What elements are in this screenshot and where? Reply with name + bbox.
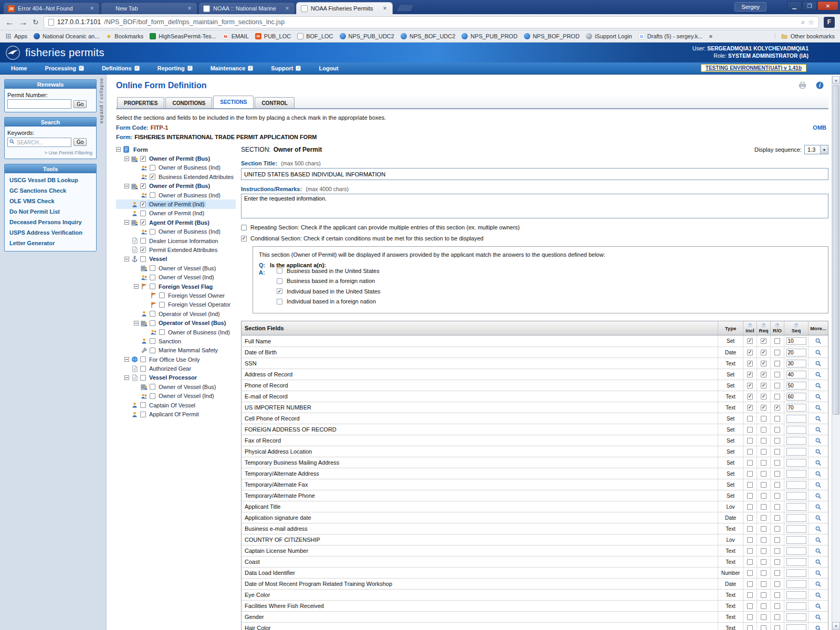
nav-item[interactable]: Home [2, 65, 36, 71]
ro-checkbox[interactable] [774, 482, 780, 488]
seq-input[interactable] [786, 613, 806, 621]
req-checkbox[interactable] [761, 482, 766, 488]
ro-checkbox[interactable] [774, 405, 780, 411]
tab-close-icon[interactable] [382, 5, 388, 12]
incl-checkbox[interactable] [747, 526, 753, 532]
ro-checkbox[interactable] [774, 493, 780, 499]
tree-item[interactable]: Owner of Vessel (Bus) [116, 382, 236, 391]
tree-checkbox[interactable] [150, 338, 155, 344]
ro-checkbox[interactable] [774, 625, 780, 630]
forward-button[interactable]: → [19, 18, 28, 27]
ro-checkbox[interactable] [774, 460, 780, 466]
incl-checkbox[interactable] [747, 361, 753, 366]
incl-checkbox[interactable] [747, 460, 753, 466]
ro-checkbox[interactable] [774, 570, 780, 576]
permit-number-input[interactable] [7, 99, 71, 109]
req-checkbox[interactable] [761, 361, 766, 366]
bookmark-item[interactable]: NPS_PUB_UDC2 [340, 33, 394, 39]
expand-toggle[interactable] [124, 375, 129, 380]
permit-filtering-link[interactable]: > Use Permit Filtering [7, 150, 93, 155]
nav-item[interactable]: Support [262, 65, 310, 71]
tree-item[interactable]: Owner of Permit (Ind) [116, 209, 236, 218]
tree-item[interactable]: Sanction [116, 337, 236, 345]
req-checkbox[interactable] [761, 515, 766, 521]
req-checkbox[interactable] [761, 625, 766, 630]
seq-input[interactable] [786, 360, 806, 368]
magnifier-icon[interactable] [815, 349, 822, 356]
tree-checkbox[interactable] [150, 192, 155, 198]
ro-checkbox[interactable] [774, 427, 780, 433]
tool-link[interactable]: Deceased Persons Inquiry [5, 217, 96, 227]
req-checkbox[interactable] [761, 394, 766, 400]
incl-checkbox[interactable] [747, 438, 753, 444]
tree-checkbox[interactable] [150, 165, 155, 171]
expand-toggle[interactable] [124, 156, 129, 161]
tree-item[interactable]: Owner of Business (Ind) [116, 163, 236, 172]
magnifier-icon[interactable] [815, 581, 822, 587]
nav-item[interactable]: Logout [310, 65, 347, 71]
magnifier-icon[interactable] [815, 360, 822, 367]
seq-input[interactable] [786, 393, 806, 401]
bookmark-item[interactable]: iSupport Login [586, 33, 632, 39]
seq-input[interactable] [786, 624, 806, 630]
tree-item[interactable]: Applicant Of Permit [116, 410, 236, 418]
magnifier-icon[interactable] [815, 603, 822, 610]
ro-checkbox[interactable] [774, 515, 780, 521]
magnifier-icon[interactable] [815, 393, 822, 400]
help-icon[interactable] [748, 323, 752, 328]
incl-checkbox[interactable] [747, 570, 753, 576]
bookmark-item[interactable]: NPS_BOF_UDC2 [401, 33, 455, 39]
magnifier-icon[interactable] [815, 526, 822, 532]
magnifier-icon[interactable] [815, 492, 822, 499]
seq-input[interactable] [786, 580, 806, 588]
ro-checkbox[interactable] [774, 603, 780, 609]
seq-input[interactable] [786, 404, 806, 412]
incl-checkbox[interactable] [747, 338, 753, 344]
ro-checkbox[interactable] [774, 416, 780, 422]
search-go-button[interactable]: Go [74, 138, 87, 146]
tree-item[interactable]: Foreign Vessel Owner [116, 291, 236, 300]
incl-checkbox[interactable] [747, 548, 753, 554]
expand-toggle[interactable] [124, 220, 129, 225]
seq-input[interactable] [786, 349, 806, 356]
magnifier-icon[interactable] [815, 559, 822, 565]
zoom-icon[interactable]: ⌕ [801, 18, 805, 26]
tree-checkbox[interactable] [140, 156, 146, 162]
incl-checkbox[interactable] [747, 416, 753, 422]
tree-item[interactable]: Owner of Vessel (Ind) [116, 392, 236, 401]
tree-item[interactable]: Owner of Permit (Ind) [116, 200, 236, 208]
repeating-section-checkbox[interactable] [241, 225, 247, 230]
ro-checkbox[interactable] [774, 537, 780, 543]
bookmark-item[interactable]: National Oceanic an... [34, 33, 99, 39]
magnifier-icon[interactable] [815, 448, 822, 455]
seq-input[interactable] [786, 337, 806, 345]
seq-input[interactable] [786, 602, 806, 610]
browser-tab[interactable]: NOAA Fisheries Permits [296, 2, 393, 14]
ro-checkbox[interactable] [774, 548, 780, 554]
section-title-input[interactable] [241, 168, 828, 180]
incl-checkbox[interactable] [747, 537, 753, 543]
bookmark-item[interactable]: PUB_LOC [255, 33, 291, 39]
magnifier-icon[interactable] [815, 459, 822, 466]
nav-item[interactable]: Maintenance [202, 65, 262, 71]
bookmark-item[interactable]: HighSeasPermit-Tes... [150, 33, 216, 39]
tree-checkbox[interactable] [150, 275, 155, 280]
tree-item[interactable]: Foreign Vessel Flag [116, 282, 236, 291]
nav-item[interactable]: Reporting [149, 65, 202, 71]
seq-input[interactable] [786, 591, 806, 599]
tree-item[interactable]: Agent Of Permit (Bus) [116, 218, 236, 227]
bookmark-item[interactable]: BOF_LOC [297, 33, 333, 39]
bookmark-item[interactable]: EMAIL [223, 33, 249, 39]
tree-item[interactable]: Owner of Business (Ind) [116, 227, 236, 236]
help-icon[interactable] [761, 323, 766, 328]
tree-checkbox[interactable] [140, 412, 146, 417]
ro-checkbox[interactable] [774, 338, 780, 344]
browser-tab[interactable]: NOAA :: National Marine [198, 2, 295, 14]
seq-input[interactable] [786, 514, 806, 522]
incl-checkbox[interactable] [747, 372, 753, 377]
form-def-tab[interactable]: CONTROL [255, 97, 294, 108]
extension-f-icon[interactable]: F [824, 17, 835, 28]
tree-checkbox[interactable] [140, 247, 146, 253]
req-checkbox[interactable] [761, 471, 766, 477]
incl-checkbox[interactable] [747, 504, 753, 510]
